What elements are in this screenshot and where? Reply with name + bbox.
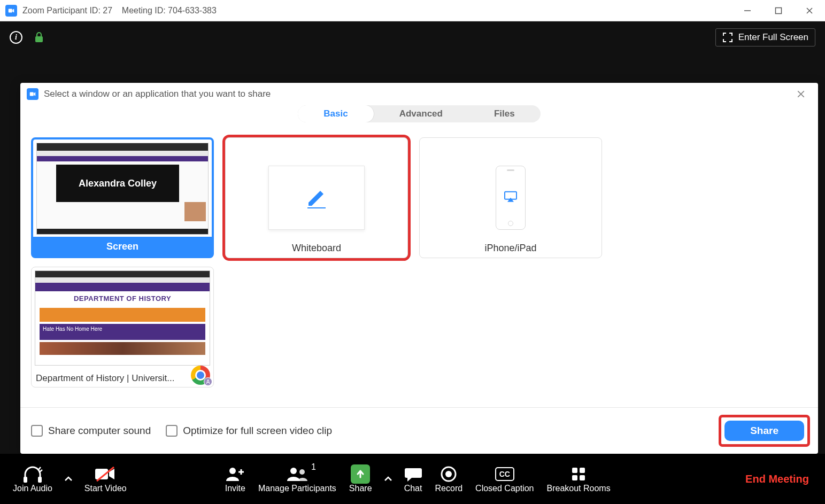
optimize-clip-label: Optimize for full screen video clip [183,425,332,437]
record-label: Record [435,484,463,493]
window-titlebar: Zoom Participant ID: 27 Meeting ID: 704-… [0,0,825,21]
share-option-whiteboard[interactable]: Whiteboard [225,137,408,258]
svg-point-17 [445,471,452,477]
svg-point-14 [290,468,297,474]
share-screen-dialog: Select a window or an application that y… [20,83,818,454]
svg-rect-19 [580,468,585,473]
manage-participants-button[interactable]: 1 Manage Participants [252,454,343,504]
svg-rect-18 [572,468,577,473]
screen-thumbnail: Alexandra Colley [36,143,209,235]
invite-label: Invite [225,484,245,493]
svg-rect-9 [24,477,27,483]
tab-basic[interactable]: Basic [298,105,374,122]
share-option-iphone-ipad[interactable]: iPhone/iPad [419,137,602,258]
meeting-toolbar: Join Audio Start Video [0,454,825,504]
share-option-whiteboard-label: Whiteboard [226,238,407,258]
window-close-button[interactable] [805,6,814,15]
window-minimize-button[interactable] [743,6,752,15]
manage-participants-label: Manage Participants [258,484,336,493]
share-button[interactable]: Share [724,421,804,441]
breakout-rooms-button[interactable]: Breakout Rooms [541,454,617,504]
share-button-label: Share [750,425,778,436]
dialog-title: Select a window or an application that y… [44,89,271,99]
dialog-footer: Share computer sound Optimize for full s… [20,407,818,454]
profile-badge: A [204,377,212,386]
closed-caption-icon: CC [495,464,514,484]
pencil-icon [304,185,329,210]
checkbox-icon [166,425,178,437]
encryption-lock-icon[interactable] [34,32,44,43]
fullscreen-icon [722,32,733,43]
headphones-icon [22,464,43,484]
stage-header: i Enter Full Screen [0,21,825,53]
participants-count: 1 [311,462,316,472]
airplay-icon [504,191,518,203]
record-button[interactable]: Record [429,454,469,504]
meeting-info-icon[interactable]: i [10,31,22,44]
svg-point-15 [299,469,305,475]
share-option-iphone-label: iPhone/iPad [420,238,602,258]
checkbox-icon [31,425,43,437]
closed-caption-button[interactable]: CC Closed Caption [469,454,540,504]
dialog-close-button[interactable] [797,90,809,98]
start-video-button[interactable]: Start Video [78,454,133,504]
window-maximize-button[interactable] [774,6,783,15]
tab-advanced[interactable]: Advanced [374,105,468,122]
zoom-logo-icon [5,5,17,17]
closed-caption-label: Closed Caption [475,484,534,493]
participants-icon: 1 [286,464,309,484]
breakout-icon [570,464,587,484]
share-sound-label: Share computer sound [48,425,151,437]
share-icon [351,464,370,484]
screen-thumb-name: Alexandra Colley [56,165,179,202]
svg-rect-21 [580,475,585,480]
meeting-id: Meeting ID: 704-633-383 [122,6,217,15]
svg-point-13 [229,468,236,474]
svg-rect-10 [38,477,42,483]
breakout-label: Breakout Rooms [547,484,611,493]
optimize-video-clip-checkbox[interactable]: Optimize for full screen video clip [166,425,332,437]
record-icon [441,464,457,484]
start-video-label: Start Video [84,484,127,493]
share-screen-button[interactable]: Share [343,454,379,504]
svg-rect-1 [776,7,782,13]
window-thumb-hero: Hate Has No Home Here [43,326,102,332]
meeting-stage: i Enter Full Screen Select a window or a… [0,21,825,504]
video-off-icon [94,464,117,484]
share-label: Share [349,484,372,493]
titlebar-text: Zoom Participant ID: 27 Meeting ID: 704-… [22,6,217,15]
tab-files[interactable]: Files [468,105,541,122]
end-meeting-button[interactable]: End Meeting [745,473,819,485]
share-option-screen[interactable]: Alexandra Colley Screen [31,137,214,258]
invite-icon [225,464,245,484]
svg-rect-20 [572,475,577,480]
chat-icon [404,464,422,484]
invite-button[interactable]: Invite [219,454,252,504]
share-options-caret[interactable] [379,476,398,482]
share-computer-sound-checkbox[interactable]: Share computer sound [31,425,151,437]
end-meeting-label: End Meeting [745,473,809,485]
join-audio-button[interactable]: Join Audio [6,454,59,504]
enter-fullscreen-label: Enter Full Screen [738,32,808,43]
audio-options-caret[interactable] [59,476,78,482]
share-option-window-chrome[interactable]: DEPARTMENT OF HISTORY Hate Has No Home H… [31,267,214,387]
zoom-logo-icon [27,88,38,100]
enter-fullscreen-button[interactable]: Enter Full Screen [715,28,815,46]
window-thumbnail: DEPARTMENT OF HISTORY Hate Has No Home H… [35,270,210,366]
participant-id: Zoom Participant ID: 27 [22,6,112,15]
chat-label: Chat [404,484,422,493]
iphone-icon [496,166,526,230]
share-option-window-label: Department of History | Universit... [36,373,189,384]
window-thumb-title: DEPARTMENT OF HISTORY [35,291,210,306]
chat-button[interactable]: Chat [398,454,429,504]
share-tabs: Basic Advanced Files [20,105,818,122]
join-audio-label: Join Audio [13,484,52,493]
whiteboard-tile [268,166,365,230]
svg-rect-4 [35,36,43,42]
share-option-screen-label: Screen [33,237,212,256]
